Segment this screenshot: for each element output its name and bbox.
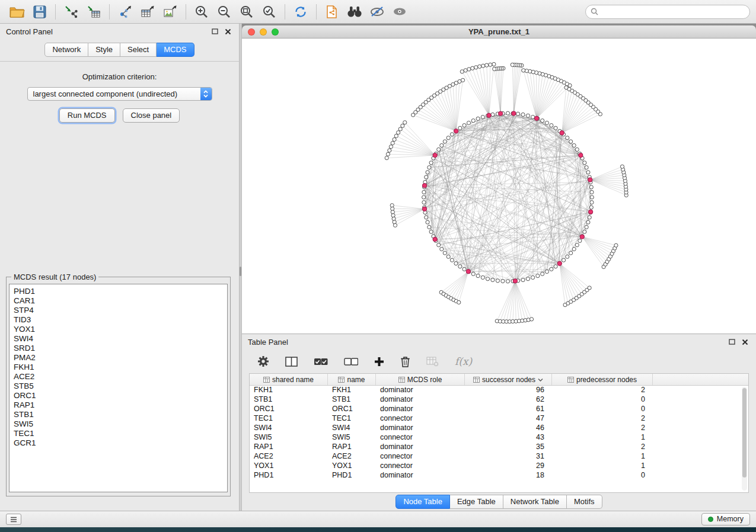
table-row[interactable]: FKH1FKH1dominator962 [250, 386, 748, 395]
mcds-result-item[interactable]: SWI4 [14, 334, 227, 344]
table-row[interactable]: RAP1RAP1dominator352 [250, 443, 748, 452]
table-options-button[interactable] [257, 355, 269, 367]
table-row[interactable]: PHD1PHD1dominator180 [250, 471, 748, 480]
toolbar-separator [109, 4, 110, 20]
cell-predecessor-nodes: 0 [552, 395, 653, 405]
deselect-all-button[interactable] [344, 358, 358, 366]
open-session-button[interactable] [6, 2, 28, 21]
cell-shared-name: ACE2 [250, 452, 328, 462]
float-window-icon [729, 339, 735, 345]
select-all-button[interactable] [314, 358, 328, 366]
mcds-result-item[interactable]: SRD1 [14, 344, 227, 353]
mcds-result-item[interactable]: ORC1 [14, 391, 227, 400]
tab-style[interactable]: Style [88, 43, 120, 57]
mcds-result-item[interactable]: PHD1 [14, 287, 227, 296]
share-document-button[interactable] [321, 2, 343, 21]
status-menu-button[interactable] [6, 514, 21, 525]
mcds-result-item[interactable]: STB5 [14, 382, 227, 391]
window-zoom-button[interactable] [272, 28, 279, 36]
export-network-button[interactable] [114, 2, 136, 21]
export-image-button[interactable] [159, 2, 181, 21]
column-header-MCDS-role[interactable]: MCDS role [376, 374, 465, 385]
cell-predecessor-nodes: 1 [552, 433, 653, 443]
export-table-button[interactable] [136, 2, 159, 21]
tab-motifs[interactable]: Motifs [567, 495, 602, 509]
mcds-result-item[interactable]: PMA2 [14, 353, 227, 363]
refresh-button[interactable] [289, 2, 312, 21]
mcds-result-item[interactable]: STP4 [14, 306, 227, 315]
zoom-selected-button[interactable] [258, 2, 280, 21]
cell-predecessor-nodes: 2 [552, 424, 653, 433]
memory-button[interactable]: Memory [701, 513, 750, 525]
mcds-result-item[interactable]: SWI5 [14, 419, 227, 429]
traffic-lights [248, 28, 279, 36]
delete-column-button[interactable] [400, 355, 410, 367]
table-panel-title: Table Panel [248, 338, 288, 347]
tab-node-table[interactable]: Node Table [395, 495, 450, 509]
network-titlebar[interactable]: YPA_prune.txt_1 [242, 25, 756, 39]
table-row[interactable]: SWI4SWI4dominator462 [250, 424, 748, 433]
mcds-result-item[interactable]: TID3 [14, 315, 227, 325]
mcds-result-item[interactable]: CAR1 [14, 296, 227, 306]
table-row[interactable]: STB1STB1dominator620 [250, 395, 748, 405]
delete-table-button[interactable] [426, 357, 439, 367]
column-header-predecessor-nodes[interactable]: predecessor nodes [552, 374, 653, 385]
cell-successor-nodes: 96 [465, 386, 552, 395]
window-close-button[interactable] [248, 28, 255, 36]
float-table-panel-button[interactable] [726, 337, 737, 347]
zoom-in-button[interactable] [190, 2, 213, 21]
run-mcds-button[interactable]: Run MCDS [59, 108, 115, 123]
table-row[interactable]: ORC1ORC1dominator610 [250, 405, 748, 414]
column-header-name[interactable]: name [328, 374, 376, 385]
divider-grip[interactable] [240, 267, 241, 276]
show-graphics-details-button[interactable] [388, 2, 411, 21]
mcds-result-item[interactable]: YOX1 [14, 325, 227, 334]
close-table-panel-button[interactable] [739, 337, 750, 347]
table-row[interactable]: SWI5SWI5connector431 [250, 433, 748, 443]
table-row[interactable]: ACE2ACE2connector311 [250, 452, 748, 462]
column-header-successor-nodes[interactable]: successor nodes [465, 374, 552, 385]
table-scrollbar[interactable] [742, 387, 747, 491]
sort-caret-icon [538, 378, 543, 382]
tab-edge-table[interactable]: Edge Table [450, 495, 503, 509]
mcds-result-list[interactable]: PHD1CAR1STP4TID3YOX1SWI4SRD1PMA2FKH1ACE2… [9, 284, 228, 492]
table-row[interactable]: YOX1YOX1connector291 [250, 462, 748, 471]
mcds-result-item[interactable]: TEC1 [14, 429, 227, 438]
save-session-button[interactable] [28, 2, 51, 21]
tab-network-table[interactable]: Network Table [503, 495, 567, 509]
search-box[interactable] [585, 5, 750, 19]
network-graph[interactable] [242, 39, 756, 334]
window-minimize-button[interactable] [260, 28, 267, 36]
import-table-icon [86, 5, 101, 19]
mcds-result-item[interactable]: ACE2 [14, 372, 227, 382]
import-network-button[interactable] [60, 2, 82, 21]
create-column-button[interactable] [374, 357, 384, 367]
tab-mcds[interactable]: MCDS [157, 43, 194, 57]
zoom-out-button[interactable] [213, 2, 235, 21]
mcds-result-item[interactable]: STB1 [14, 410, 227, 419]
table-row[interactable]: TEC1TEC1connector472 [250, 414, 748, 424]
search-input[interactable] [601, 8, 745, 16]
float-panel-button[interactable] [209, 27, 220, 36]
mcds-result-item[interactable]: RAP1 [14, 400, 227, 410]
cell-predecessor-nodes: 1 [552, 452, 653, 462]
column-type-icon [473, 377, 480, 383]
column-header-shared-name[interactable]: shared name [250, 374, 328, 385]
close-panel-x-button[interactable] [222, 27, 233, 36]
mcds-result-item[interactable]: GCR1 [14, 438, 227, 448]
cell-MCDS-role: dominator [376, 386, 465, 395]
mcds-result-item[interactable]: FKH1 [14, 363, 227, 372]
tab-select[interactable]: Select [120, 43, 157, 57]
import-table-button[interactable] [82, 2, 105, 21]
hide-graphics-details-button[interactable] [366, 2, 388, 21]
function-builder-button[interactable]: f(x) [455, 355, 472, 367]
network-canvas[interactable] [242, 39, 756, 334]
close-panel-button[interactable]: Close panel [123, 108, 180, 123]
show-column-button[interactable] [285, 357, 298, 367]
tab-network[interactable]: Network [44, 43, 88, 57]
refresh-icon [294, 5, 308, 19]
zoom-fit-button[interactable] [235, 2, 258, 21]
first-neighbors-button[interactable] [343, 2, 366, 21]
criterion-dropdown[interactable]: largest connected component (undirected) [27, 87, 212, 101]
scrollbar-thumb[interactable] [742, 388, 747, 477]
